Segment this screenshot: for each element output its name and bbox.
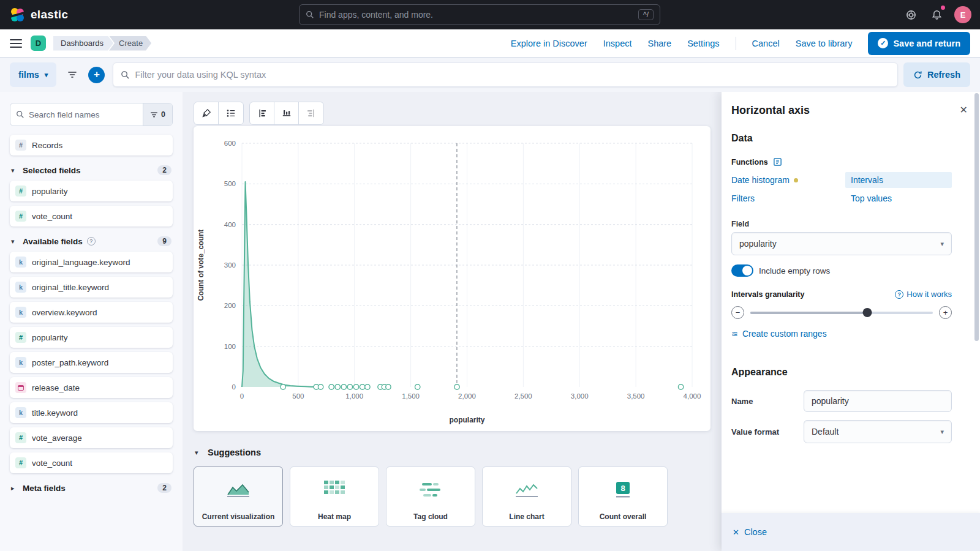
field-item[interactable]: k title.keyword (10, 402, 173, 423)
plus-icon: + (943, 308, 948, 317)
meta-fields-header[interactable]: ▸ Meta fields 2 (11, 483, 172, 493)
name-input[interactable] (804, 390, 952, 412)
keyboard-shortcut-hint: ^/ (638, 9, 654, 20)
share-link[interactable]: Share (647, 39, 671, 48)
granularity-slider-track[interactable] (750, 312, 933, 314)
user-avatar[interactable]: E (954, 6, 971, 23)
global-search-input[interactable] (319, 10, 633, 20)
visual-options-button[interactable] (194, 102, 219, 124)
field-search-input[interactable] (29, 110, 137, 119)
granularity-slider: − + (731, 306, 952, 319)
field-select[interactable]: popularity ▾ (731, 232, 952, 255)
search-icon (306, 10, 314, 19)
close-icon[interactable]: ✕ (959, 104, 969, 116)
field-name: vote_count (32, 212, 72, 221)
filter-icon (150, 111, 158, 119)
create-custom-ranges-link[interactable]: ≋ Create custom ranges (731, 329, 952, 339)
appearance-heading: Appearance (731, 367, 952, 378)
svg-text:100: 100 (224, 343, 236, 350)
field-filter-button[interactable]: 0 (143, 103, 172, 126)
function-intervals[interactable]: Intervals (845, 172, 952, 188)
suggestion-tag-cloud[interactable]: Tag cloud (386, 467, 475, 527)
query-bar: films ▾ + Refresh (0, 58, 980, 92)
field-item[interactable]: k original_language.keyword (10, 252, 173, 272)
field-item[interactable]: # vote_average (10, 427, 173, 448)
close-flyout-button[interactable]: ✕ Close (733, 527, 767, 537)
function-options: Date histogram Intervals Filters Top val… (731, 172, 952, 206)
function-date-histogram[interactable]: Date histogram (731, 172, 845, 188)
value-format-select[interactable]: Default ▾ (804, 420, 952, 443)
field-item[interactable]: # vote_count (10, 452, 173, 473)
inspect-link[interactable]: Inspect (603, 39, 632, 48)
granularity-slider-thumb[interactable] (862, 308, 872, 317)
legend-icon (226, 108, 236, 118)
how-it-works-link[interactable]: ? How it works (895, 290, 952, 299)
search-icon (16, 110, 24, 119)
field-search[interactable] (10, 103, 143, 126)
axis-left-icon (257, 108, 267, 118)
kql-input[interactable] (135, 70, 890, 80)
field-item[interactable]: k original_title.keyword (10, 277, 173, 298)
suggestion-heat-map[interactable]: Heat map (290, 467, 379, 527)
suggestion-count-overall[interactable]: 8 Count overall (578, 467, 668, 527)
selected-fields-header[interactable]: ▾ Selected fields 2 (11, 165, 172, 175)
field-item[interactable]: release_date (10, 377, 173, 398)
functions-docs-icon[interactable] (773, 157, 782, 167)
tag-cloud-icon (420, 482, 442, 498)
kql-search-box[interactable] (113, 62, 898, 87)
chevron-down-icon: ▾ (195, 449, 202, 457)
line-chart-icon (515, 481, 538, 498)
save-and-return-button[interactable]: ✓ Save and return (868, 32, 970, 55)
keyword-field-icon: k (15, 357, 26, 368)
include-empty-rows-toggle[interactable] (731, 264, 753, 277)
chevron-down-icon: ▾ (11, 167, 18, 174)
field-filters-icon[interactable] (62, 62, 83, 87)
toolbar-group-display (194, 102, 244, 125)
elastic-logo-icon (9, 7, 25, 23)
menu-icon[interactable] (10, 39, 22, 48)
elastic-logo[interactable] (9, 6, 26, 23)
field-item[interactable]: # vote_count (10, 206, 173, 227)
refresh-icon (913, 70, 922, 80)
suggestions-header[interactable]: ▾ Suggestions (195, 448, 261, 457)
add-filter-button[interactable]: + (88, 67, 105, 83)
field-item[interactable]: # popularity (10, 327, 173, 348)
settings-link[interactable]: Settings (687, 39, 719, 48)
info-icon: ? (87, 237, 96, 246)
field-item[interactable]: k poster_path.keyword (10, 352, 173, 373)
scrollbar-thumb[interactable] (974, 93, 979, 341)
help-icon[interactable] (903, 7, 919, 23)
field-name: title.keyword (32, 408, 78, 418)
suggestion-label: Heat map (293, 512, 376, 521)
suggestion-current-visualization[interactable]: Current visualization (194, 467, 283, 527)
bottom-axis-button[interactable] (274, 102, 299, 124)
header-actions: E (903, 0, 971, 29)
cancel-button[interactable]: Cancel (752, 39, 780, 48)
breadcrumb-dashboards[interactable]: Dashboards (53, 36, 113, 51)
refresh-button[interactable]: Refresh (903, 62, 970, 87)
suggestion-label: Count overall (581, 512, 665, 521)
function-label: Intervals (851, 175, 883, 185)
decrease-granularity-button[interactable]: − (731, 306, 744, 319)
area-chart-icon (227, 481, 250, 498)
breadcrumb-create: Create (109, 36, 151, 51)
legend-button[interactable] (219, 102, 243, 124)
field-item[interactable]: # popularity (10, 181, 173, 201)
available-fields-header[interactable]: ▾ Available fields ? 9 (11, 236, 172, 246)
field-name: vote_average (32, 433, 82, 443)
section-label: Meta fields (23, 484, 66, 493)
alerts-icon[interactable] (929, 7, 944, 23)
increase-granularity-button[interactable]: + (939, 306, 952, 319)
suggestion-line-chart[interactable]: Line chart (482, 467, 571, 527)
function-filters[interactable]: Filters (731, 190, 845, 206)
explore-in-discover-link[interactable]: Explore in Discover (511, 39, 587, 48)
left-axis-button[interactable] (250, 102, 274, 124)
field-item-records[interactable]: # Records (10, 135, 173, 156)
dashboard-app-badge: D (31, 36, 46, 51)
field-item[interactable]: k overview.keyword (10, 302, 173, 323)
data-view-picker[interactable]: films ▾ (10, 62, 56, 87)
save-to-library-button[interactable]: Save to library (796, 39, 853, 48)
global-search[interactable]: ^/ (299, 4, 660, 25)
function-top-values[interactable]: Top values (845, 190, 952, 206)
available-fields-count: 9 (157, 236, 172, 246)
